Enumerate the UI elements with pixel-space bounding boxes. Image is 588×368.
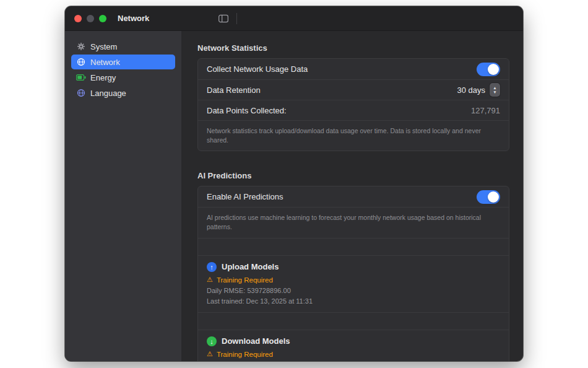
- section-header-ai-predictions: AI Predictions: [197, 171, 509, 180]
- sidebar-item-label: System: [90, 42, 117, 51]
- settings-content[interactable]: Network Statistics Collect Network Usage…: [181, 31, 523, 361]
- network-statistics-footnote: Network statistics track upload/download…: [198, 120, 509, 151]
- collect-usage-label: Collect Network Usage Data: [207, 64, 308, 74]
- zoom-button[interactable]: [99, 15, 106, 22]
- warning-icon: ⚠: [207, 276, 213, 283]
- enable-ai-label: Enable AI Predictions: [207, 192, 283, 201]
- settings-window: Network: [65, 6, 523, 361]
- sidebar-item-network[interactable]: Network: [71, 55, 175, 69]
- data-points-value: 127,791: [471, 106, 500, 115]
- titlebar: Network: [65, 6, 523, 31]
- upload-models-rmse: Daily RMSE: 539728896.00: [207, 287, 500, 294]
- upload-models-item[interactable]: ↑ Upload Models ⚠ Training Required Dail…: [198, 255, 509, 312]
- data-retention-stepper[interactable]: ▲ ▼: [490, 83, 500, 97]
- data-retention-label: Data Retention: [207, 85, 261, 95]
- toolbar-divider: [236, 13, 237, 24]
- battery-icon: [76, 72, 86, 82]
- enable-ai-toggle[interactable]: [477, 190, 500, 204]
- data-points-row: Data Points Collected: 127,791: [198, 100, 509, 120]
- sidebar-item-label: Network: [90, 58, 120, 67]
- sidebar-item-label: Language: [90, 89, 126, 98]
- training-required-label: Training Required: [217, 351, 273, 358]
- training-required-label: Training Required: [217, 276, 273, 284]
- language-globe-icon: [76, 88, 86, 98]
- spacer-row: [198, 312, 509, 330]
- sidebar-item-label: Energy: [90, 73, 116, 82]
- upload-models-status: ⚠ Training Required: [207, 276, 500, 284]
- data-retention-row: Data Retention 30 days ▲ ▼: [198, 79, 509, 100]
- section-header-network-statistics: Network Statistics: [197, 43, 509, 53]
- gear-icon: [76, 42, 86, 51]
- toggle-knob: [488, 64, 499, 75]
- network-statistics-card: Collect Network Usage Data Data Retentio…: [197, 58, 509, 151]
- close-button[interactable]: [74, 15, 82, 22]
- ai-predictions-footnote: AI predictions use machine learning to f…: [198, 207, 509, 237]
- upload-models-title: Upload Models: [222, 262, 279, 271]
- collect-usage-row: Collect Network Usage Data: [198, 59, 509, 79]
- traffic-lights: [65, 15, 106, 22]
- upload-arrow-icon: ↑: [207, 262, 217, 272]
- data-retention-value: 30 days: [457, 85, 485, 95]
- download-models-title: Download Models: [222, 336, 290, 346]
- sidebar-item-language[interactable]: Language: [71, 85, 175, 100]
- sidebar-item-system[interactable]: System: [71, 39, 175, 54]
- minimize-button[interactable]: [87, 15, 94, 22]
- download-models-status: ⚠ Training Required: [207, 351, 500, 358]
- stepper-up-icon: ▲: [493, 85, 496, 90]
- sidebar-item-energy[interactable]: Energy: [71, 70, 175, 85]
- ai-predictions-card: Enable AI Predictions AI predictions use…: [197, 186, 509, 361]
- collect-usage-toggle[interactable]: [477, 63, 500, 76]
- toggle-knob: [488, 191, 499, 203]
- sidebar-toggle-button[interactable]: [215, 12, 231, 25]
- sidebar: System Network: [65, 31, 181, 361]
- enable-ai-row: Enable AI Predictions: [198, 186, 509, 207]
- globe-icon: [76, 57, 86, 67]
- upload-models-last-trained: Last trained: Dec 13, 2025 at 11:31: [207, 297, 500, 305]
- window-title: Network: [118, 14, 149, 23]
- spacer-row: [198, 238, 509, 255]
- warning-icon: ⚠: [207, 351, 213, 357]
- stepper-down-icon: ▼: [493, 90, 496, 95]
- data-points-label: Data Points Collected:: [207, 106, 287, 115]
- download-arrow-icon: ↓: [207, 336, 217, 346]
- download-models-item[interactable]: ↓ Download Models ⚠ Training Required Da…: [198, 330, 509, 361]
- sidebar-toggle-icon: [218, 14, 228, 24]
